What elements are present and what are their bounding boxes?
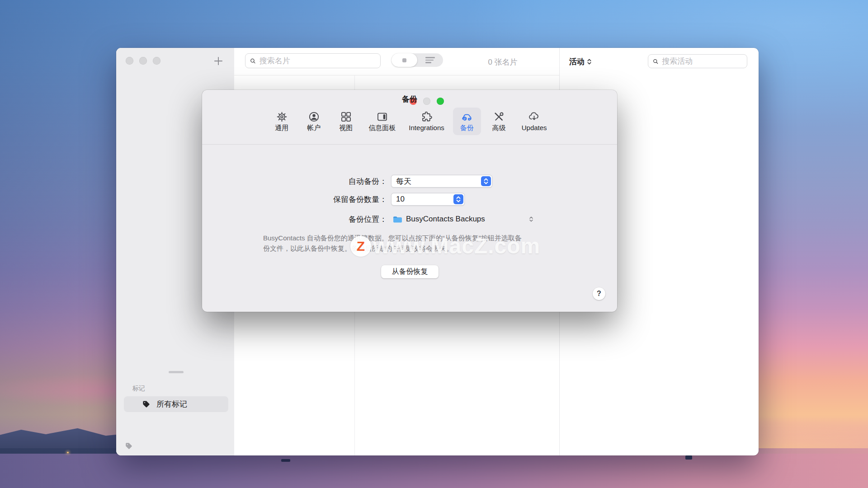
tab-accounts[interactable]: 帐户 — [300, 108, 328, 135]
gear-icon — [276, 111, 288, 123]
wallpaper-light — [67, 452, 69, 453]
info-panel-icon — [376, 111, 388, 123]
search-activity-input[interactable] — [662, 57, 743, 66]
zoom-button[interactable] — [153, 57, 160, 65]
chevron-up-down-icon — [587, 58, 592, 65]
auto-backup-popup[interactable]: 每天 — [391, 175, 492, 188]
toolbar-separator — [234, 75, 559, 75]
keep-backups-value: 10 — [396, 195, 405, 204]
plus-icon — [212, 55, 224, 67]
tools-icon — [493, 111, 505, 123]
help-button[interactable]: ? — [593, 287, 605, 300]
cloud-download-icon — [528, 111, 540, 123]
close-button[interactable] — [126, 57, 133, 65]
description-line: BusyContacts 自动备份您的通讯簿数据。您可以点按下面的“从备份恢复”… — [263, 233, 562, 243]
tab-backup[interactable]: 备份 — [453, 108, 481, 135]
view-mode-segmented-control — [392, 53, 443, 67]
auto-backup-label: 自动备份： — [202, 176, 387, 187]
tab-info-panel[interactable]: 信息面板 — [364, 108, 400, 135]
auto-backup-value: 每天 — [396, 176, 411, 187]
popup-stepper-icon — [481, 176, 491, 186]
add-tag-button[interactable] — [125, 442, 133, 450]
wallpaper-boat — [685, 455, 692, 460]
keep-backups-popup[interactable]: 10 — [391, 193, 465, 206]
cards-count: 0 张名片 — [460, 57, 546, 67]
search-cards-input[interactable] — [259, 56, 376, 66]
activity-selector[interactable]: 活动 — [569, 56, 592, 67]
tag-icon — [142, 400, 151, 408]
description-line: 份文件，以此从备份中恢复。备份后所做的任何更改将会丢失。 — [263, 243, 562, 253]
chevron-up-down-icon — [529, 216, 533, 224]
search-icon — [652, 58, 659, 65]
minimize-button[interactable] — [139, 57, 147, 65]
folder-icon — [393, 216, 402, 223]
tab-views[interactable]: 视图 — [332, 108, 360, 135]
backup-preferences-dialog: 备份 通用 帐户 视图 — [202, 90, 617, 312]
wallpaper-boat — [281, 459, 290, 462]
backup-car-icon — [461, 111, 473, 123]
card-view-segment[interactable] — [392, 53, 417, 67]
search-activity-field[interactable] — [648, 54, 747, 68]
tab-advanced[interactable]: 高级 — [485, 108, 513, 135]
backup-location-popup[interactable]: BusyContacts Backups — [393, 215, 485, 224]
dialog-title: 备份 — [202, 94, 617, 104]
popup-stepper-icon — [453, 194, 463, 204]
search-cards-field[interactable] — [245, 53, 381, 68]
puzzle-icon — [420, 111, 433, 123]
backup-description: BusyContacts 自动备份您的通讯簿数据。您可以点按下面的“从备份恢复”… — [263, 233, 562, 253]
sidebar-resize-handle[interactable] — [169, 371, 184, 373]
sidebar-item-label: 所有标记 — [156, 399, 187, 409]
wallpaper-sea — [0, 454, 868, 488]
backup-location-value: BusyContacts Backups — [406, 215, 485, 224]
card-view-icon — [402, 58, 406, 62]
list-view-icon — [425, 57, 435, 63]
backup-location-label: 备份位置： — [202, 214, 387, 225]
search-icon — [250, 57, 256, 65]
tab-integrations[interactable]: Integrations — [404, 108, 448, 134]
preferences-toolbar: 通用 帐户 视图 信息面板 — [202, 108, 617, 144]
sidebar-item-all-tags[interactable]: 所有标记 — [124, 396, 228, 412]
tags-section-label: 标记 — [132, 385, 145, 393]
list-view-segment[interactable] — [417, 53, 443, 67]
tab-general[interactable]: 通用 — [268, 108, 296, 135]
activity-selector-label: 活动 — [569, 56, 585, 67]
add-contact-button[interactable] — [212, 55, 224, 67]
toolbar-separator — [202, 144, 617, 145]
keep-backups-label: 保留备份数量： — [202, 194, 387, 205]
grid-icon — [340, 111, 352, 123]
tab-updates[interactable]: Updates — [517, 108, 552, 134]
tag-icon — [125, 442, 133, 450]
restore-from-backup-button[interactable]: 从备份恢复 — [381, 265, 439, 278]
person-icon — [308, 111, 320, 123]
